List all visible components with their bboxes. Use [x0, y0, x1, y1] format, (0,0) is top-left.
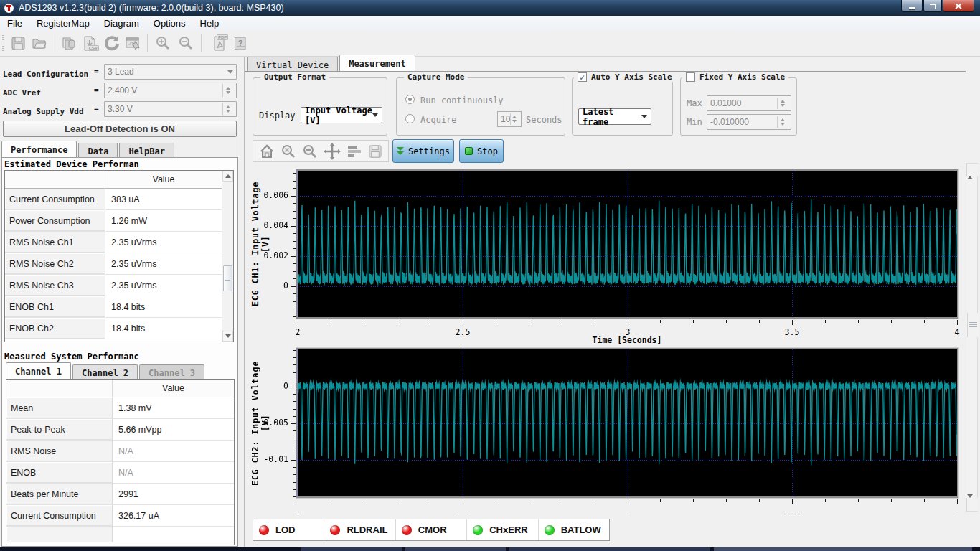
refresh-icon[interactable] [102, 34, 121, 52]
x-minor-tick [759, 320, 760, 323]
acquire-seconds-spinner[interactable]: 10 [497, 111, 522, 127]
tab-virtual-device[interactable]: Virtual Device [247, 57, 338, 71]
save-figure-icon[interactable] [368, 144, 382, 159]
min-spinner[interactable]: -0.010000 [707, 114, 791, 130]
tab-performance[interactable]: Performance [1, 141, 77, 157]
tab-measurement[interactable]: Measurement [339, 55, 415, 71]
help-glyph: ? [238, 39, 243, 47]
x-minor-tick [628, 499, 628, 502]
triangle-down-icon [967, 494, 973, 510]
leadoff-detection-button[interactable]: Lead-Off Detection is ON [3, 121, 237, 137]
toolbar-grip [2, 35, 4, 51]
x-minor-tick [331, 499, 331, 502]
menu-options[interactable]: Options [146, 17, 193, 30]
capture-mode-legend: Capture Mode [404, 72, 468, 82]
table-row: ENOB Ch118.4 bits [5, 296, 233, 318]
ecg-ch2-plot[interactable] [298, 349, 957, 496]
x-tick-label: 2.5 [456, 327, 471, 337]
analog-vdd-spinner[interactable]: 3.30 V [104, 101, 237, 117]
y-tick-label: -0.01 [250, 454, 288, 464]
spin-up-icon [781, 100, 785, 103]
max-spinner[interactable]: 0.01000 [707, 95, 791, 111]
y-minor-tick [293, 226, 296, 227]
x-minor-tick [726, 320, 727, 323]
tab-channel-3[interactable]: Channel 3 [139, 364, 204, 379]
home-icon[interactable] [259, 143, 275, 159]
subplot-config-icon[interactable] [347, 144, 362, 159]
frame-mode-dropdown[interactable]: Latest frame [578, 108, 651, 125]
auto-y-legend-wrap: ✓ Auto Y Axis Scale [574, 72, 676, 82]
scroll-up-button[interactable] [966, 164, 978, 176]
export-csv-icon[interactable]: CSV [80, 34, 99, 52]
display-dropdown[interactable]: Input Voltage [V] [301, 107, 382, 123]
x-minor-tick [628, 320, 628, 323]
menu-file[interactable]: File [0, 17, 29, 30]
acquire-radio[interactable] [405, 114, 415, 123]
close-button[interactable] [943, 0, 974, 12]
tab-data[interactable]: Data [78, 143, 118, 157]
save-icon[interactable] [9, 34, 27, 52]
menu-diagram[interactable]: Diagram [97, 17, 146, 30]
menu-help[interactable]: Help [193, 17, 227, 30]
x-minor-tick [660, 499, 661, 502]
title-bar[interactable]: ADS1293 v1.2.3(build 2) (firmware: 2.0.0… [0, 0, 980, 16]
y-minor-tick [293, 218, 296, 219]
spinner-buttons[interactable] [222, 103, 233, 116]
zoom-cancel-icon[interactable] [281, 143, 296, 159]
estimated-table-scrollbar[interactable] [222, 171, 233, 342]
output-format-group: Output Format Display Input Voltage [V] [253, 77, 387, 136]
y-tick-label: 0.004 [250, 220, 288, 230]
auto-y-checkbox[interactable]: ✓ [578, 72, 587, 82]
copy-registers-icon[interactable] [59, 34, 77, 52]
fixed-y-checkbox[interactable] [686, 72, 695, 82]
adc-vref-value: 2.400 V [108, 85, 137, 95]
main-scrollbar[interactable] [966, 163, 978, 512]
help-icon[interactable]: ? [231, 34, 250, 52]
scroll-up-button[interactable] [222, 171, 233, 182]
scroll-thumb[interactable] [967, 313, 979, 337]
scroll-down-button[interactable] [966, 498, 978, 511]
y-minor-tick [293, 173, 296, 174]
export-pdf-icon[interactable]: PDF [209, 34, 228, 52]
spinner-buttons[interactable] [222, 84, 233, 97]
y-minor-tick [293, 248, 296, 249]
zoom-out-icon[interactable] [302, 143, 318, 159]
y-minor-tick [293, 474, 296, 475]
x-minor-tick [660, 320, 661, 323]
ecg-ch1-plot[interactable] [298, 171, 957, 317]
spin-down-icon [512, 120, 517, 123]
y-minor-tick [293, 423, 296, 424]
restore-button[interactable] [923, 0, 942, 12]
tab-channel-1[interactable]: Channel 1 [6, 362, 71, 379]
frame-mode-value: Latest frame [583, 107, 641, 127]
lead-config-dropdown[interactable]: 3 Lead [104, 64, 237, 80]
zoom-out-icon[interactable] [176, 34, 195, 52]
menu-registermap[interactable]: RegisterMap [29, 17, 97, 30]
menu-bar: File RegisterMap Diagram Options Help [0, 16, 980, 30]
settings-button[interactable]: Settings [392, 139, 454, 163]
export-chart-icon[interactable] [123, 34, 142, 52]
tab-helpbar[interactable]: HelpBar [119, 143, 174, 157]
scroll-down-button[interactable] [222, 331, 233, 342]
pan-icon[interactable] [324, 143, 341, 160]
run-continuously-radio[interactable] [405, 95, 415, 104]
stop-button[interactable]: Stop [459, 139, 504, 163]
adc-vref-spinner[interactable]: 2.400 V [104, 83, 237, 98]
spinner-buttons[interactable] [777, 98, 788, 109]
spinner-buttons[interactable] [777, 116, 788, 128]
auto-y-group: ✓ Auto Y Axis Scale Latest frame [572, 77, 673, 136]
minimize-button[interactable] [901, 0, 923, 12]
zoom-in-icon[interactable] [154, 34, 172, 52]
scroll-thumb[interactable] [223, 265, 232, 291]
min-value: -0.010000 [710, 117, 749, 127]
open-folder-icon[interactable] [30, 34, 49, 52]
spinner-buttons[interactable] [510, 113, 518, 125]
panel-splitter[interactable] [240, 57, 245, 551]
settings-icon [397, 147, 404, 155]
table-row: Beats per Minute2991 [6, 484, 234, 505]
tab-channel-2[interactable]: Channel 2 [72, 364, 138, 379]
led-icon [473, 525, 483, 535]
ecg-ch2-chart: ECG CH2: Input Voltage [V] 0-0.005-0.01-… [248, 346, 968, 518]
x-minor-tick [364, 499, 364, 502]
table-row: Current Consumption383 uA [5, 189, 233, 210]
